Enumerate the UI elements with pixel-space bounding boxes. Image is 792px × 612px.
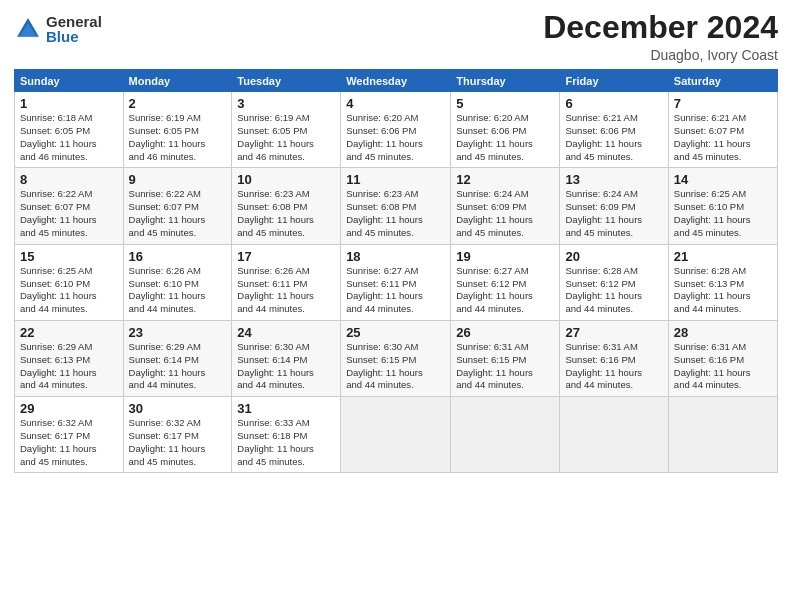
- day-info: Sunrise: 6:33 AM Sunset: 6:18 PM Dayligh…: [237, 417, 335, 468]
- day-number: 17: [237, 249, 335, 264]
- day-info: Sunrise: 6:26 AM Sunset: 6:11 PM Dayligh…: [237, 265, 335, 316]
- day-info: Sunrise: 6:21 AM Sunset: 6:06 PM Dayligh…: [565, 112, 662, 163]
- day-number: 27: [565, 325, 662, 340]
- day-info: Sunrise: 6:27 AM Sunset: 6:11 PM Dayligh…: [346, 265, 445, 316]
- day-info: Sunrise: 6:24 AM Sunset: 6:09 PM Dayligh…: [456, 188, 554, 239]
- day-number: 3: [237, 96, 335, 111]
- day-info: Sunrise: 6:22 AM Sunset: 6:07 PM Dayligh…: [20, 188, 118, 239]
- day-info: Sunrise: 6:32 AM Sunset: 6:17 PM Dayligh…: [20, 417, 118, 468]
- table-row: 1Sunrise: 6:18 AM Sunset: 6:05 PM Daylig…: [15, 92, 778, 168]
- table-cell: 30Sunrise: 6:32 AM Sunset: 6:17 PM Dayli…: [123, 397, 232, 473]
- day-number: 28: [674, 325, 772, 340]
- day-number: 4: [346, 96, 445, 111]
- header-row: Sunday Monday Tuesday Wednesday Thursday…: [15, 70, 778, 92]
- day-number: 20: [565, 249, 662, 264]
- table-cell: 3Sunrise: 6:19 AM Sunset: 6:05 PM Daylig…: [232, 92, 341, 168]
- day-number: 11: [346, 172, 445, 187]
- day-number: 7: [674, 96, 772, 111]
- day-info: Sunrise: 6:28 AM Sunset: 6:13 PM Dayligh…: [674, 265, 772, 316]
- day-info: Sunrise: 6:32 AM Sunset: 6:17 PM Dayligh…: [129, 417, 227, 468]
- day-info: Sunrise: 6:31 AM Sunset: 6:15 PM Dayligh…: [456, 341, 554, 392]
- table-cell: 22Sunrise: 6:29 AM Sunset: 6:13 PM Dayli…: [15, 320, 124, 396]
- logo-general: General: [46, 14, 102, 29]
- table-row: 8Sunrise: 6:22 AM Sunset: 6:07 PM Daylig…: [15, 168, 778, 244]
- table-cell: [341, 397, 451, 473]
- col-saturday: Saturday: [668, 70, 777, 92]
- table-row: 15Sunrise: 6:25 AM Sunset: 6:10 PM Dayli…: [15, 244, 778, 320]
- day-info: Sunrise: 6:23 AM Sunset: 6:08 PM Dayligh…: [346, 188, 445, 239]
- table-row: 29Sunrise: 6:32 AM Sunset: 6:17 PM Dayli…: [15, 397, 778, 473]
- day-info: Sunrise: 6:25 AM Sunset: 6:10 PM Dayligh…: [674, 188, 772, 239]
- logo-icon: [14, 15, 42, 43]
- day-info: Sunrise: 6:29 AM Sunset: 6:14 PM Dayligh…: [129, 341, 227, 392]
- table-cell: 28Sunrise: 6:31 AM Sunset: 6:16 PM Dayli…: [668, 320, 777, 396]
- day-info: Sunrise: 6:25 AM Sunset: 6:10 PM Dayligh…: [20, 265, 118, 316]
- col-wednesday: Wednesday: [341, 70, 451, 92]
- col-friday: Friday: [560, 70, 668, 92]
- day-number: 19: [456, 249, 554, 264]
- day-info: Sunrise: 6:27 AM Sunset: 6:12 PM Dayligh…: [456, 265, 554, 316]
- table-cell: 24Sunrise: 6:30 AM Sunset: 6:14 PM Dayli…: [232, 320, 341, 396]
- table-cell: 9Sunrise: 6:22 AM Sunset: 6:07 PM Daylig…: [123, 168, 232, 244]
- col-monday: Monday: [123, 70, 232, 92]
- day-number: 30: [129, 401, 227, 416]
- day-number: 5: [456, 96, 554, 111]
- calendar-table: Sunday Monday Tuesday Wednesday Thursday…: [14, 69, 778, 473]
- table-cell: 20Sunrise: 6:28 AM Sunset: 6:12 PM Dayli…: [560, 244, 668, 320]
- day-number: 22: [20, 325, 118, 340]
- day-info: Sunrise: 6:19 AM Sunset: 6:05 PM Dayligh…: [129, 112, 227, 163]
- table-cell: [451, 397, 560, 473]
- table-cell: 13Sunrise: 6:24 AM Sunset: 6:09 PM Dayli…: [560, 168, 668, 244]
- day-info: Sunrise: 6:23 AM Sunset: 6:08 PM Dayligh…: [237, 188, 335, 239]
- table-cell: 6Sunrise: 6:21 AM Sunset: 6:06 PM Daylig…: [560, 92, 668, 168]
- day-number: 9: [129, 172, 227, 187]
- table-cell: 31Sunrise: 6:33 AM Sunset: 6:18 PM Dayli…: [232, 397, 341, 473]
- table-cell: 23Sunrise: 6:29 AM Sunset: 6:14 PM Dayli…: [123, 320, 232, 396]
- table-cell: 7Sunrise: 6:21 AM Sunset: 6:07 PM Daylig…: [668, 92, 777, 168]
- table-cell: 15Sunrise: 6:25 AM Sunset: 6:10 PM Dayli…: [15, 244, 124, 320]
- col-sunday: Sunday: [15, 70, 124, 92]
- day-info: Sunrise: 6:31 AM Sunset: 6:16 PM Dayligh…: [674, 341, 772, 392]
- day-info: Sunrise: 6:19 AM Sunset: 6:05 PM Dayligh…: [237, 112, 335, 163]
- day-number: 10: [237, 172, 335, 187]
- day-info: Sunrise: 6:26 AM Sunset: 6:10 PM Dayligh…: [129, 265, 227, 316]
- day-number: 24: [237, 325, 335, 340]
- table-cell: 25Sunrise: 6:30 AM Sunset: 6:15 PM Dayli…: [341, 320, 451, 396]
- day-number: 16: [129, 249, 227, 264]
- day-info: Sunrise: 6:30 AM Sunset: 6:14 PM Dayligh…: [237, 341, 335, 392]
- table-cell: 19Sunrise: 6:27 AM Sunset: 6:12 PM Dayli…: [451, 244, 560, 320]
- table-cell: 1Sunrise: 6:18 AM Sunset: 6:05 PM Daylig…: [15, 92, 124, 168]
- table-cell: [560, 397, 668, 473]
- day-number: 13: [565, 172, 662, 187]
- day-info: Sunrise: 6:22 AM Sunset: 6:07 PM Dayligh…: [129, 188, 227, 239]
- page-container: General Blue December 2024 Duagbo, Ivory…: [0, 0, 792, 481]
- table-cell: 4Sunrise: 6:20 AM Sunset: 6:06 PM Daylig…: [341, 92, 451, 168]
- day-info: Sunrise: 6:24 AM Sunset: 6:09 PM Dayligh…: [565, 188, 662, 239]
- table-cell: 12Sunrise: 6:24 AM Sunset: 6:09 PM Dayli…: [451, 168, 560, 244]
- header: General Blue December 2024 Duagbo, Ivory…: [14, 10, 778, 63]
- month-title: December 2024: [543, 10, 778, 45]
- title-block: December 2024 Duagbo, Ivory Coast: [543, 10, 778, 63]
- day-info: Sunrise: 6:21 AM Sunset: 6:07 PM Dayligh…: [674, 112, 772, 163]
- day-info: Sunrise: 6:28 AM Sunset: 6:12 PM Dayligh…: [565, 265, 662, 316]
- day-number: 26: [456, 325, 554, 340]
- logo-blue: Blue: [46, 29, 102, 44]
- table-cell: 21Sunrise: 6:28 AM Sunset: 6:13 PM Dayli…: [668, 244, 777, 320]
- day-number: 2: [129, 96, 227, 111]
- table-cell: 2Sunrise: 6:19 AM Sunset: 6:05 PM Daylig…: [123, 92, 232, 168]
- table-cell: 5Sunrise: 6:20 AM Sunset: 6:06 PM Daylig…: [451, 92, 560, 168]
- day-number: 29: [20, 401, 118, 416]
- day-number: 31: [237, 401, 335, 416]
- table-cell: 14Sunrise: 6:25 AM Sunset: 6:10 PM Dayli…: [668, 168, 777, 244]
- day-info: Sunrise: 6:20 AM Sunset: 6:06 PM Dayligh…: [346, 112, 445, 163]
- day-info: Sunrise: 6:30 AM Sunset: 6:15 PM Dayligh…: [346, 341, 445, 392]
- table-cell: 10Sunrise: 6:23 AM Sunset: 6:08 PM Dayli…: [232, 168, 341, 244]
- table-cell: 27Sunrise: 6:31 AM Sunset: 6:16 PM Dayli…: [560, 320, 668, 396]
- table-row: 22Sunrise: 6:29 AM Sunset: 6:13 PM Dayli…: [15, 320, 778, 396]
- table-cell: 8Sunrise: 6:22 AM Sunset: 6:07 PM Daylig…: [15, 168, 124, 244]
- col-thursday: Thursday: [451, 70, 560, 92]
- day-number: 6: [565, 96, 662, 111]
- table-cell: 18Sunrise: 6:27 AM Sunset: 6:11 PM Dayli…: [341, 244, 451, 320]
- table-cell: 26Sunrise: 6:31 AM Sunset: 6:15 PM Dayli…: [451, 320, 560, 396]
- day-number: 18: [346, 249, 445, 264]
